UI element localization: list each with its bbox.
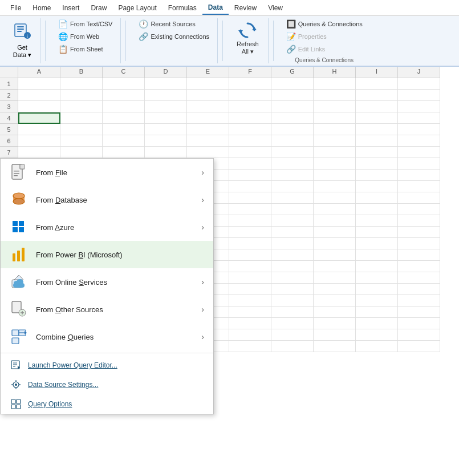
table-row[interactable] — [271, 215, 314, 227]
table-row[interactable] — [145, 147, 187, 158]
menu-formulas[interactable]: Formulas — [163, 2, 202, 14]
table-row[interactable] — [229, 341, 271, 352]
table-row[interactable] — [398, 261, 440, 272]
table-row[interactable] — [229, 147, 271, 158]
table-row[interactable] — [314, 238, 356, 249]
table-row[interactable] — [314, 341, 356, 352]
table-row[interactable] — [60, 124, 103, 135]
table-row[interactable] — [229, 170, 271, 181]
table-row[interactable] — [229, 90, 271, 101]
table-row[interactable] — [18, 78, 60, 90]
table-row[interactable] — [187, 78, 229, 90]
dropdown-from-file[interactable]: From File › — [1, 159, 213, 186]
menu-draw[interactable]: Draw — [85, 2, 112, 14]
table-row[interactable] — [271, 249, 314, 261]
table-row[interactable] — [398, 101, 440, 112]
table-row[interactable] — [271, 90, 314, 101]
table-row[interactable] — [356, 158, 398, 170]
table-row[interactable] — [103, 101, 145, 112]
menu-file[interactable]: File — [5, 2, 27, 14]
table-row[interactable] — [229, 215, 271, 227]
menu-data[interactable]: Data — [202, 1, 229, 15]
table-row[interactable] — [314, 227, 356, 238]
table-row[interactable] — [356, 101, 398, 112]
table-row[interactable] — [314, 124, 356, 135]
table-row[interactable] — [271, 147, 314, 158]
table-row[interactable] — [314, 204, 356, 215]
table-row[interactable] — [398, 135, 440, 147]
table-row[interactable] — [229, 192, 271, 204]
dropdown-from-database[interactable]: From Database › — [1, 186, 213, 213]
table-row[interactable] — [229, 306, 271, 318]
table-row[interactable] — [356, 238, 398, 249]
table-row[interactable] — [398, 78, 440, 90]
table-row[interactable] — [356, 215, 398, 227]
from-web-button[interactable]: 🌐 From Web — [55, 31, 116, 42]
table-row[interactable] — [356, 249, 398, 261]
get-data-button[interactable]: ↓ GetData ▾ — [9, 18, 35, 61]
table-row[interactable] — [60, 135, 103, 147]
table-row[interactable] — [229, 78, 271, 90]
table-row[interactable] — [314, 215, 356, 227]
dropdown-from-azure[interactable]: From Azure › — [1, 213, 213, 241]
table-row[interactable] — [398, 192, 440, 204]
table-row[interactable] — [271, 284, 314, 295]
table-row[interactable] — [271, 227, 314, 238]
dropdown-query-options[interactable]: Query Options — [1, 394, 213, 414]
table-row[interactable] — [187, 124, 229, 135]
table-row[interactable] — [18, 90, 60, 101]
dropdown-from-powerbi[interactable]: From Power BI (Microsoft) — [1, 241, 213, 268]
table-row[interactable] — [398, 215, 440, 227]
table-row[interactable] — [356, 135, 398, 147]
table-row[interactable] — [145, 101, 187, 112]
table-row[interactable] — [356, 204, 398, 215]
table-row[interactable] — [18, 101, 60, 112]
table-row[interactable] — [314, 147, 356, 158]
table-row[interactable] — [398, 272, 440, 284]
recent-sources-button[interactable]: 🕐 Recent Sources — [135, 18, 213, 30]
table-row[interactable] — [356, 341, 398, 352]
table-row[interactable] — [229, 284, 271, 295]
table-row[interactable] — [271, 181, 314, 192]
table-row[interactable] — [314, 272, 356, 284]
table-row[interactable] — [145, 112, 187, 124]
table-row[interactable] — [60, 112, 103, 124]
table-row[interactable] — [271, 238, 314, 249]
table-row[interactable] — [356, 90, 398, 101]
table-row[interactable] — [229, 238, 271, 249]
table-row[interactable] — [60, 90, 103, 101]
table-row[interactable] — [18, 135, 60, 147]
table-row[interactable] — [356, 181, 398, 192]
table-row[interactable] — [229, 272, 271, 284]
table-row[interactable] — [356, 192, 398, 204]
queries-connections-button[interactable]: 🔲 Queries & Connections — [283, 18, 366, 30]
table-row[interactable] — [398, 318, 440, 329]
table-row[interactable] — [398, 158, 440, 170]
table-row[interactable] — [314, 78, 356, 90]
table-row[interactable] — [356, 295, 398, 306]
table-row[interactable] — [187, 90, 229, 101]
table-row[interactable] — [356, 78, 398, 90]
table-row[interactable] — [271, 170, 314, 181]
table-row[interactable] — [398, 227, 440, 238]
table-row[interactable] — [314, 90, 356, 101]
table-row[interactable] — [18, 112, 60, 124]
table-row[interactable] — [271, 101, 314, 112]
from-sheet-button[interactable]: 📋 From Sheet — [55, 43, 116, 55]
table-row[interactable] — [271, 318, 314, 329]
table-row[interactable] — [103, 135, 145, 147]
table-row[interactable] — [229, 227, 271, 238]
edit-links-button[interactable]: 🔗 Edit Links — [283, 43, 366, 55]
table-row[interactable] — [229, 249, 271, 261]
table-row[interactable] — [271, 295, 314, 306]
table-row[interactable] — [314, 181, 356, 192]
table-row[interactable] — [314, 249, 356, 261]
table-row[interactable] — [398, 295, 440, 306]
table-row[interactable] — [229, 204, 271, 215]
table-row[interactable] — [271, 261, 314, 272]
table-row[interactable] — [229, 158, 271, 170]
table-row[interactable] — [145, 90, 187, 101]
table-row[interactable] — [103, 112, 145, 124]
existing-connections-button[interactable]: 🔗 Existing Connections — [135, 31, 213, 42]
table-row[interactable] — [398, 170, 440, 181]
